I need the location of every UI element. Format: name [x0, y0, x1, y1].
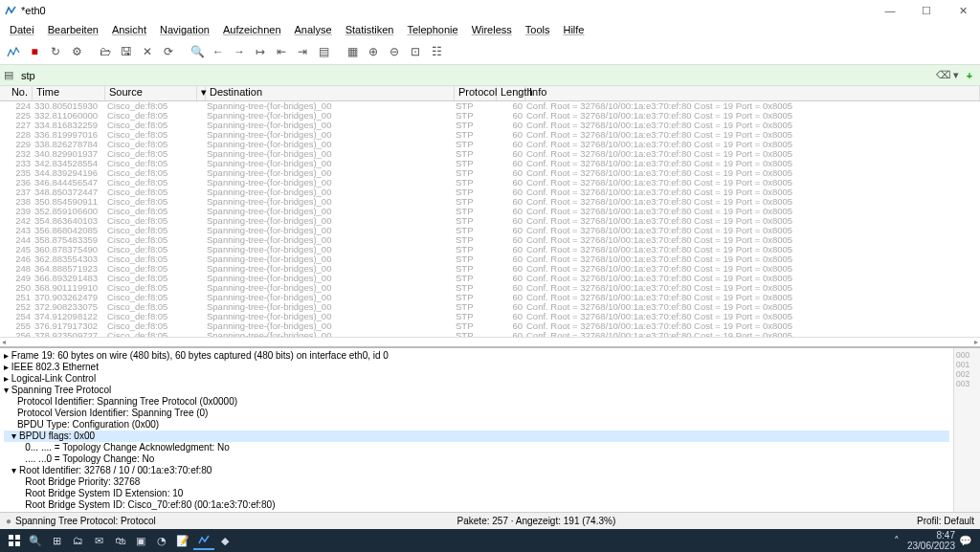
tree-node[interactable]: ▾ Spanning Tree Protocol [4, 385, 949, 396]
packet-row[interactable]: 249366.893291483Cisco_de:f8:05Spanning-t… [0, 274, 980, 283]
display-filter-input[interactable] [17, 70, 936, 81]
colorize-icon[interactable]: ▦ [343, 42, 362, 61]
col-source[interactable]: Source [105, 86, 197, 100]
clear-filter-icon[interactable]: ⌫ [936, 69, 949, 81]
go-last-icon[interactable]: ⇥ [293, 42, 312, 61]
resize-columns-icon[interactable]: ☷ [427, 42, 446, 61]
close-button[interactable]: ✕ [949, 5, 976, 17]
store-icon[interactable]: 🛍 [109, 531, 130, 550]
tree-node[interactable]: .... ...0 = Topology Change: No [4, 453, 949, 465]
zoom-in-icon[interactable]: ⊕ [364, 42, 383, 61]
menu-navigation[interactable]: Navigation [154, 24, 215, 35]
tree-node[interactable]: ▾ BPDU flags: 0x00 [4, 431, 949, 442]
packet-row[interactable]: 252372.908233075Cisco_de:f8:05Spanning-t… [0, 302, 980, 312]
packet-row[interactable]: 243356.868042085Cisco_de:f8:05Spanning-t… [0, 226, 980, 235]
tree-node[interactable]: BPDU Type: Configuration (0x00) [4, 419, 949, 431]
packet-row[interactable]: 242354.863640103Cisco_de:f8:05Spanning-t… [0, 216, 980, 226]
explorer-icon[interactable]: 🗂 [67, 531, 88, 550]
packet-row[interactable]: 250368.901119910Cisco_de:f8:05Spanning-t… [0, 283, 980, 293]
horizontal-scrollbar[interactable]: ◂▸ [0, 337, 980, 346]
go-forward-icon[interactable]: → [230, 42, 249, 61]
packet-row[interactable]: 244358.875483359Cisco_de:f8:05Spanning-t… [0, 235, 980, 245]
packet-row[interactable]: 245360.878375490Cisco_de:f8:05Spanning-t… [0, 245, 980, 254]
close-file-icon[interactable]: ✕ [138, 42, 157, 61]
maximize-button[interactable]: ☐ [913, 5, 940, 17]
stop-capture-icon[interactable]: ■ [25, 42, 44, 61]
mail-icon[interactable]: ✉ [88, 531, 109, 550]
notifications-icon[interactable]: 💬 [955, 531, 976, 550]
packet-row[interactable]: 236346.844456547Cisco_de:f8:05Spanning-t… [0, 178, 980, 188]
normal-size-icon[interactable]: ⊡ [406, 42, 425, 61]
wireshark-taskbar-icon[interactable] [193, 531, 214, 550]
packet-row[interactable]: 229338.826278784Cisco_de:f8:05Spanning-t… [0, 140, 980, 149]
menu-datei[interactable]: Datei [4, 24, 40, 35]
col-protocol[interactable]: Protocol [455, 86, 497, 100]
packet-row[interactable]: 233342.834528554Cisco_de:f8:05Spanning-t… [0, 159, 980, 168]
menu-wireless[interactable]: Wireless [466, 24, 518, 35]
packet-row[interactable]: 237348.850372447Cisco_de:f8:05Spanning-t… [0, 188, 980, 197]
app-icon[interactable]: ◆ [214, 531, 235, 550]
restart-capture-icon[interactable]: ↻ [46, 42, 65, 61]
expert-info-icon[interactable]: ● [6, 516, 11, 526]
go-back-icon[interactable]: ← [209, 42, 228, 61]
capture-options-icon[interactable]: ⚙ [67, 42, 86, 61]
find-icon[interactable]: 🔍 [188, 42, 207, 61]
go-first-icon[interactable]: ⇤ [272, 42, 291, 61]
task-view-icon[interactable]: ⊞ [46, 531, 67, 550]
tray-up-icon[interactable]: ˄ [886, 531, 907, 550]
start-capture-icon[interactable] [4, 42, 23, 61]
tree-node[interactable]: ▸ Frame 19: 60 bytes on wire (480 bits),… [4, 350, 949, 362]
edge-icon[interactable]: ◔ [151, 531, 172, 550]
tree-node[interactable]: Root Bridge System ID: Cisco_70:ef:80 (0… [4, 499, 949, 511]
start-button[interactable] [4, 531, 25, 550]
packet-row[interactable]: 227334.816832259Cisco_de:f8:05Spanning-t… [0, 121, 980, 130]
tree-node[interactable]: Root Bridge Priority: 32768 [4, 476, 949, 488]
search-icon[interactable]: 🔍 [25, 531, 46, 550]
col-no[interactable]: No. [0, 86, 33, 100]
col-time[interactable]: Time [33, 86, 105, 100]
tree-node[interactable]: ▾ Root Identifier: 32768 / 10 / 00:1a:e3… [4, 465, 949, 476]
minimize-button[interactable]: — [877, 5, 903, 17]
packet-row[interactable]: 224330.805015930Cisco_de:f8:05Spanning-t… [0, 101, 980, 111]
col-info[interactable]: Info [525, 86, 980, 100]
open-file-icon[interactable]: 🗁 [96, 42, 115, 61]
packet-row[interactable]: 254374.912098122Cisco_de:f8:05Spanning-t… [0, 312, 980, 321]
col-destination[interactable]: Destination [206, 86, 455, 100]
tree-node[interactable]: ▸ IEEE 802.3 Ethernet [4, 362, 949, 373]
packet-row[interactable]: 235344.839294196Cisco_de:f8:05Spanning-t… [0, 168, 980, 178]
menu-telephonie[interactable]: Telephonie [401, 24, 463, 35]
packet-row[interactable]: 238350.854590911Cisco_de:f8:05Spanning-t… [0, 197, 980, 207]
packet-row[interactable]: 239352.859106600Cisco_de:f8:05Spanning-t… [0, 207, 980, 216]
save-file-icon[interactable]: 🖫 [117, 42, 136, 61]
reload-icon[interactable]: ⟳ [159, 42, 178, 61]
menu-hilfe[interactable]: Hilfe [557, 24, 590, 35]
tree-node[interactable]: Protocol Identifier: Spanning Tree Proto… [4, 396, 949, 408]
menu-tools[interactable]: Tools [520, 24, 556, 35]
word-icon[interactable]: 📝 [172, 531, 193, 550]
add-filter-icon[interactable]: + [963, 70, 976, 81]
menu-bearbeiten[interactable]: Bearbeiten [42, 24, 104, 35]
menu-aufzeichnen[interactable]: Aufzeichnen [217, 24, 287, 35]
go-to-icon[interactable]: ↦ [251, 42, 270, 61]
col-length[interactable]: Length [497, 86, 525, 100]
packet-row[interactable]: 225332.811060000Cisco_de:f8:05Spanning-t… [0, 111, 980, 121]
packet-tree[interactable]: ▸ Frame 19: 60 bytes on wire (480 bits),… [0, 348, 953, 512]
packet-row[interactable]: 255376.917917302Cisco_de:f8:05Spanning-t… [0, 321, 980, 331]
terminal-icon[interactable]: ▣ [130, 531, 151, 550]
packet-row[interactable]: 246362.883554303Cisco_de:f8:05Spanning-t… [0, 254, 980, 264]
system-clock[interactable]: 8:47 23/06/2023 [907, 530, 955, 551]
bookmark-icon[interactable]: ▤ [4, 69, 17, 81]
tree-node[interactable]: ▸ Logical-Link Control [4, 373, 949, 385]
packet-row[interactable]: 232340.829901937Cisco_de:f8:05Spanning-t… [0, 149, 980, 159]
packet-list[interactable]: 224330.805015930Cisco_de:f8:05Spanning-t… [0, 101, 980, 337]
tree-node[interactable]: Protocol Version Identifier: Spanning Tr… [4, 408, 949, 419]
apply-filter-icon[interactable]: ▾ [949, 69, 963, 81]
menu-analyse[interactable]: Analyse [289, 24, 338, 35]
tree-node[interactable]: 0... .... = Topology Change Acknowledgme… [4, 442, 949, 453]
zoom-out-icon[interactable]: ⊖ [385, 42, 404, 61]
auto-scroll-icon[interactable]: ▤ [314, 42, 333, 61]
tree-node[interactable]: Root Bridge System ID Extension: 10 [4, 488, 949, 499]
menu-ansicht[interactable]: Ansicht [106, 24, 152, 35]
menu-statistiken[interactable]: Statistiken [340, 24, 400, 35]
packet-row[interactable]: 228336.819997016Cisco_de:f8:05Spanning-t… [0, 130, 980, 140]
